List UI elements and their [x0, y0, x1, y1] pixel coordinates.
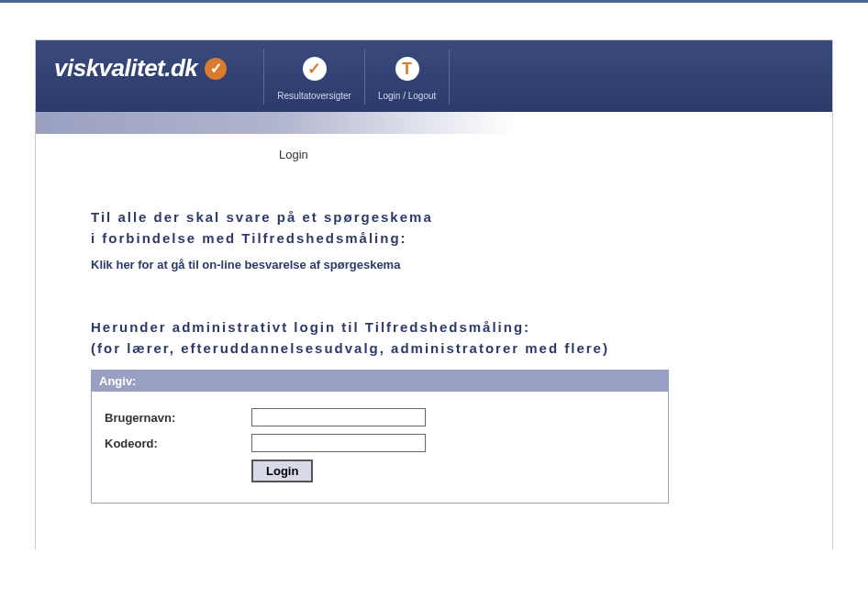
username-label: Brugernavn: — [105, 411, 251, 425]
results-icon: ✓ — [303, 57, 327, 81]
nav-area: ✓ Resultatoversigter T Login / Logout — [263, 40, 450, 112]
header: viskvalitet.dk ✓ ✓ Resultatoversigter T … — [36, 40, 832, 112]
username-row: Brugernavn: — [105, 408, 655, 426]
nav-results[interactable]: ✓ Resultatoversigter — [263, 50, 364, 105]
password-row: Kodeord: — [105, 434, 655, 452]
content: Til alle der skal svare på et spørgeskem… — [36, 161, 832, 549]
intro-heading-line2: i forbindelse med Tilfredshedsmåling: — [91, 228, 777, 249]
login-icon: T — [395, 57, 419, 81]
intro-heading-line1: Til alle der skal svare på et spørgeskem… — [91, 207, 777, 228]
username-input[interactable] — [251, 408, 426, 426]
login-box-body: Brugernavn: Kodeord: Login — [92, 392, 668, 503]
logo-check-icon: ✓ — [205, 58, 227, 80]
password-label: Kodeord: — [105, 437, 251, 450]
login-box: Angiv: Brugernavn: Kodeord: Login — [91, 370, 669, 504]
breadcrumb: Login — [36, 134, 832, 161]
password-input[interactable] — [251, 434, 426, 452]
nav-results-label: Resultatoversigter — [277, 91, 351, 101]
login-button-row: Login — [251, 460, 655, 482]
subheader-bar — [36, 112, 832, 134]
admin-heading-line1: Herunder administrativt login til Tilfre… — [91, 317, 777, 338]
admin-heading: Herunder administrativt login til Tilfre… — [91, 317, 777, 359]
nav-login-label: Login / Logout — [378, 91, 436, 101]
login-box-title: Angiv: — [92, 371, 668, 392]
page-container: viskvalitet.dk ✓ ✓ Resultatoversigter T … — [35, 39, 833, 549]
intro-heading: Til alle der skal svare på et spørgeskem… — [91, 207, 777, 249]
questionnaire-link[interactable]: Klik her for at gå til on-line besvarels… — [91, 258, 777, 271]
nav-login-logout[interactable]: T Login / Logout — [364, 50, 450, 105]
logo-area: viskvalitet.dk ✓ — [36, 40, 245, 96]
login-button[interactable]: Login — [251, 460, 313, 482]
admin-heading-line2: (for lærer, efteruddannelsesudvalg, admi… — [91, 338, 777, 360]
logo-text: viskvalitet.dk — [54, 54, 197, 83]
